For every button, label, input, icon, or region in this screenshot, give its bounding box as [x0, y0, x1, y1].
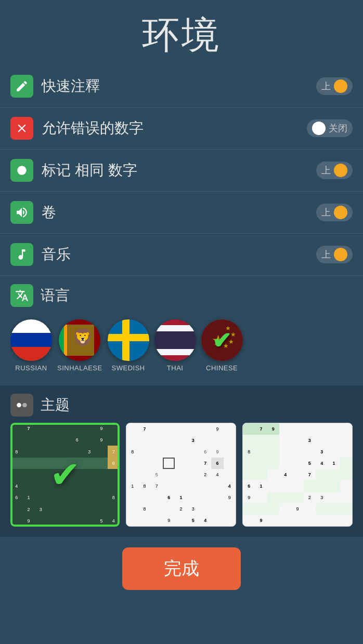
toggle-on-label3: 上	[321, 206, 331, 219]
flag-circle-swedish	[108, 319, 149, 361]
music-toggle[interactable]: 上	[316, 246, 353, 263]
flag-item-russian[interactable]: RUSSIAN	[10, 319, 52, 372]
translate-icon	[10, 284, 33, 307]
toggle-on-label: 上	[321, 80, 331, 92]
quick-notes-label: 快速注釋	[42, 76, 316, 96]
theme-cards-grid: 7 9 6 9 8	[0, 423, 363, 537]
x-icon	[10, 117, 33, 140]
svg-point-1	[17, 403, 21, 408]
circle-icon	[10, 159, 33, 182]
flag-label-thai: THAI	[167, 364, 184, 372]
music-icon	[10, 243, 33, 266]
flag-circle-thai	[154, 319, 196, 361]
page-title: 环境	[0, 0, 363, 65]
theme-section: 主题 7 9 6	[0, 385, 363, 537]
svg-point-0	[17, 166, 26, 175]
flag-item-swedish[interactable]: SWEDISH	[108, 319, 149, 372]
quick-notes-toggle[interactable]: 上	[316, 77, 353, 95]
setting-volume[interactable]: 卷 上	[0, 192, 363, 234]
allow-errors-label: 允许错误的数字	[42, 118, 307, 138]
toggle-dot-on3	[334, 206, 347, 219]
volume-label: 卷	[42, 203, 316, 222]
music-label: 音乐	[42, 245, 316, 264]
toggle-dot-on4	[334, 248, 347, 261]
flag-label-sinhalaese: SINHALAESE	[57, 364, 102, 372]
theme-header: 主题	[0, 385, 363, 423]
settings-list: 快速注釋 上 允许错误的数字 关闭 标记 相同 数字 上 卷	[0, 65, 363, 276]
svg-point-2	[22, 403, 27, 408]
mark-same-toggle[interactable]: 上	[316, 162, 353, 179]
setting-allow-errors[interactable]: 允许错误的数字 关闭	[0, 108, 363, 150]
selected-checkmark: ✔	[212, 327, 231, 354]
theme-card-dark[interactable]: 7 9 6 9 8	[10, 423, 120, 527]
speaker-icon	[10, 201, 33, 224]
toggle-off-label: 关闭	[329, 122, 347, 135]
pencil-icon	[10, 75, 33, 98]
theme-icon	[10, 394, 33, 417]
flag-item-thai[interactable]: THAI	[154, 319, 196, 372]
flag-item-chinese[interactable]: ★ ★ ★ ★ ★ ✔ CHINESE	[201, 319, 243, 372]
toggle-dot-off	[312, 122, 326, 135]
flag-label-russian: RUSSIAN	[15, 364, 47, 372]
language-header: 语言	[10, 284, 353, 307]
mark-same-label: 标记 相同 数字	[42, 160, 316, 180]
setting-music[interactable]: 音乐 上	[0, 234, 363, 276]
setting-mark-same[interactable]: 标记 相同 数字 上	[0, 150, 363, 192]
flag-item-sinhalaese[interactable]: 🦁 SINHALAESE	[57, 319, 102, 372]
done-button[interactable]: 完成	[122, 547, 241, 590]
volume-toggle[interactable]: 上	[316, 204, 353, 221]
toggle-dot-on2	[334, 164, 347, 177]
language-flags-list: RUSSIAN 🦁 SINHALAESE SWEDISH	[10, 315, 353, 380]
setting-quick-notes[interactable]: 快速注釋 上	[0, 65, 363, 108]
language-section: 语言 RUSSIAN 🦁 SINHALAESE	[0, 276, 363, 380]
theme-card-white[interactable]: 7 9 3 8	[126, 423, 236, 527]
flag-label-chinese: CHINESE	[206, 364, 238, 372]
allow-errors-toggle[interactable]: 关闭	[307, 119, 353, 137]
flag-circle-sinhalaese: 🦁	[59, 319, 100, 361]
flag-circle-russian	[10, 319, 52, 361]
toggle-on-label2: 上	[321, 164, 331, 177]
theme-title: 主题	[41, 395, 70, 415]
toggle-dot-on	[334, 79, 347, 93]
theme-card-green[interactable]: 7 9 3 8	[242, 423, 353, 527]
language-title: 语言	[41, 286, 70, 305]
flag-circle-chinese: ★ ★ ★ ★ ★ ✔	[201, 319, 243, 361]
toggle-on-label4: 上	[321, 248, 331, 261]
flag-label-swedish: SWEDISH	[112, 364, 145, 372]
